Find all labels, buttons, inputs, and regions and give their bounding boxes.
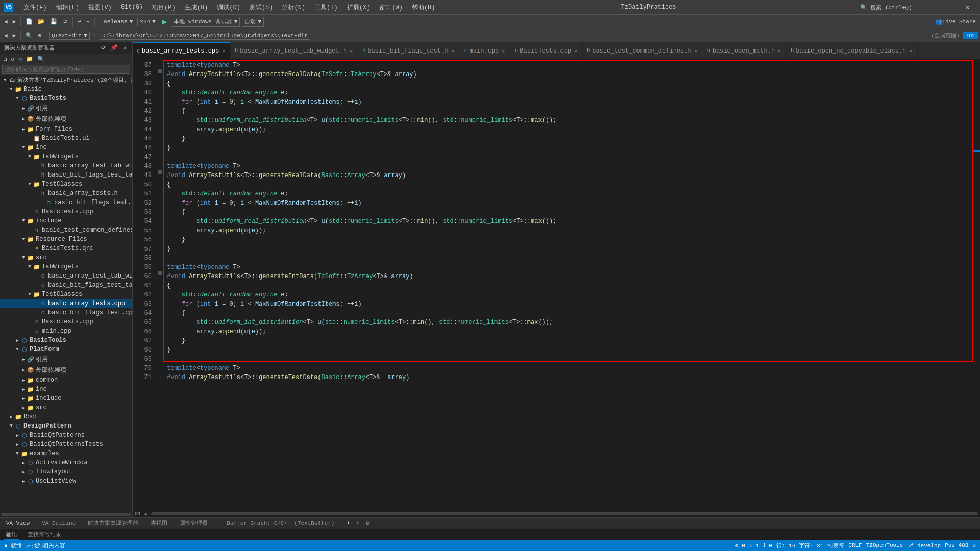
- va-outline-tab[interactable]: VA Outline: [40, 520, 78, 527]
- sidebar-pin-btn[interactable]: 📌: [109, 44, 119, 52]
- menu-help[interactable]: 帮助(H): [408, 2, 439, 13]
- menu-build[interactable]: 生成(B): [181, 2, 212, 13]
- code-content[interactable]: template<typename T> #void ArrayTestUtil…: [163, 60, 973, 510]
- tree-tabwidgets-folder[interactable]: ▼ 📁 TabWidgets: [0, 152, 132, 161]
- tree-basictests-qrc[interactable]: ● BasicTests.qrc: [0, 244, 132, 253]
- go-button[interactable]: Go: [963, 32, 978, 39]
- solution-explorer-tab[interactable]: 解决方案资源管理器: [86, 519, 140, 528]
- tab-basictests-cpp[interactable]: c BasicTests.cpp ✕: [510, 42, 583, 59]
- tree-pf-src[interactable]: ▶ 📁 src: [0, 403, 132, 412]
- menu-project[interactable]: 项目(P): [148, 2, 180, 13]
- tz-open-tools[interactable]: TZOpenTools: [866, 542, 903, 548]
- tree-platform[interactable]: ▼ ⬡ PlatForm: [0, 345, 132, 354]
- tree-resource-files[interactable]: ▼ 📁 Resource Files: [0, 235, 132, 244]
- run-mode-select[interactable]: 自动 ▼: [242, 17, 264, 27]
- tab-common-defines[interactable]: h basic_test_common_defines.h ✕: [583, 42, 703, 59]
- menu-analyze[interactable]: 分析(N): [278, 2, 309, 13]
- tree-basictools[interactable]: ▶ ⬡ BasicTools: [0, 336, 132, 345]
- toolbar-live-share[interactable]: 👥 Live Share: [933, 17, 978, 26]
- tree-ext-deps[interactable]: ▶ 📦 外部依赖项: [0, 114, 132, 124]
- tab-open-math[interactable]: h basic_open_math.h ✕: [703, 42, 787, 59]
- tree-bit-flags-tab-h[interactable]: h basic_bit_flags_test_tab_widget.h: [0, 170, 132, 180]
- tree-basic-array-tab-h[interactable]: h basic_array_test_tab_widget.h: [0, 161, 132, 170]
- tree-bit-flags-test-cpp[interactable]: c basic_bit_flags_test.cpp: [0, 308, 132, 317]
- find-results-tab[interactable]: 查找符号结果: [26, 530, 63, 539]
- tree-root[interactable]: ▶ 📁 Root: [0, 412, 132, 421]
- tree-basic-array-tests-cpp[interactable]: c basic_array_tests.cpp: [0, 299, 132, 308]
- tree-basic-array-tests-h[interactable]: h basic_array_tests.h: [0, 189, 132, 198]
- fold-60[interactable]: −: [158, 271, 162, 275]
- tree-pf-refs[interactable]: ▶ 🔗 引用: [0, 354, 132, 365]
- tab-close-5[interactable]: ✕: [573, 48, 578, 54]
- tab-close-7[interactable]: ✕: [777, 48, 782, 54]
- sidebar-refresh-btn[interactable]: ↺: [10, 55, 16, 63]
- tree-array-tab-cpp[interactable]: c basic_array_test_tab_widget.cpp: [0, 271, 132, 281]
- tree-src-tabwidgets[interactable]: ▼ 📁 TabWidgets: [0, 262, 132, 271]
- sidebar-showfiles-btn[interactable]: 📁: [24, 55, 35, 63]
- toolbar-save-all[interactable]: 🗂: [60, 17, 70, 26]
- tree-pf-inc[interactable]: ▶ 📁 inc: [0, 385, 132, 394]
- file-toolbar-btn3[interactable]: 🔍: [23, 31, 35, 40]
- message-count[interactable]: ℹ 0: [764, 542, 772, 549]
- error-count[interactable]: ⊗ 0: [735, 542, 745, 549]
- toolbar-undo[interactable]: ↩: [76, 17, 83, 26]
- tree-basictests-ui[interactable]: 📋 BasicTests.ui: [0, 134, 132, 143]
- tree-designpattern[interactable]: ▼ ⬡ DesignPattern: [0, 421, 132, 431]
- buffer-graph-btn3[interactable]: ⚙: [364, 519, 372, 528]
- tree-refs[interactable]: ▶ 🔗 引用: [0, 103, 132, 114]
- close-status-icon[interactable]: ✕: [972, 542, 976, 549]
- tree-main-cpp[interactable]: c main.cpp: [0, 327, 132, 336]
- tree-pf-common[interactable]: ▶ 📁 common: [0, 375, 132, 385]
- menu-tools[interactable]: 工具(T): [310, 2, 342, 13]
- line-ending-label[interactable]: CRLF: [848, 542, 862, 548]
- tree-flowlayout[interactable]: ▶ ⬡ flowlayout: [0, 467, 132, 477]
- menu-git[interactable]: Git(G): [117, 3, 147, 12]
- tree-basic-folder[interactable]: ▼ 📁 Basic: [0, 85, 132, 94]
- tab-no-copyable[interactable]: h basic_open_no_copyable_class.h ✕: [787, 42, 918, 59]
- minimize-button[interactable]: ─: [918, 2, 935, 12]
- fold-49[interactable]: −: [158, 170, 162, 174]
- toolbar-redo[interactable]: ↪: [84, 17, 92, 26]
- tree-uselistview[interactable]: ▶ ⬡ UseListView: [0, 477, 132, 486]
- sidebar-sync-btn[interactable]: ⟳: [100, 44, 107, 52]
- tree-bit-flags-test-h[interactable]: h basic_bit_flags_test.h: [0, 198, 132, 207]
- menu-debug[interactable]: 调试(D): [213, 2, 244, 13]
- tree-basictests-cpp-src[interactable]: c BasicTests.cpp: [0, 317, 132, 327]
- breadcrumb-file-select[interactable]: QTextEdit ▼: [49, 32, 90, 40]
- tree-bit-flags-tab-cpp[interactable]: c basic_bit_flags_test_tab_widget.cpp: [0, 281, 132, 290]
- tree-basictests[interactable]: ▼ ⬡ BasicTests: [0, 94, 132, 103]
- sidebar-filter-btn[interactable]: ⚙: [17, 55, 23, 63]
- tree-common-defines-h[interactable]: h basic_test_common_defines.h: [0, 226, 132, 235]
- tree-testclasses-folder[interactable]: ▼ 📁 TestClasses: [0, 180, 132, 189]
- sidebar-search-input[interactable]: [2, 65, 130, 74]
- buffer-graph-btn2[interactable]: ⬆: [354, 519, 362, 528]
- tree-include-folder[interactable]: ▼ 📁 include: [0, 216, 132, 226]
- tree-src-testclasses[interactable]: ▼ 📁 TestClasses: [0, 290, 132, 299]
- buffer-graph-btn1[interactable]: ⬇: [345, 519, 352, 528]
- sidebar-collapse-btn[interactable]: ⊟: [2, 55, 9, 63]
- menu-window[interactable]: 窗口(W): [375, 2, 407, 13]
- tree-form-files[interactable]: ▶ 📁 Form Files: [0, 124, 132, 134]
- debugger-select[interactable]: 本地 Windows 调试器 ▼: [171, 17, 240, 27]
- fold-38[interactable]: −: [158, 69, 162, 73]
- menu-extensions[interactable]: 扩展(X): [343, 2, 375, 13]
- zoom-label[interactable]: 81 %: [133, 511, 149, 517]
- tree-inc-folder[interactable]: ▼ 📁 inc: [0, 143, 132, 152]
- tab-basic-array-tests-cpp[interactable]: c basic_array_tests.cpp ✕: [133, 42, 231, 59]
- tab-close-8[interactable]: ✕: [908, 48, 913, 54]
- toolbar-save[interactable]: 💾: [48, 17, 59, 26]
- menu-view[interactable]: 视图(V): [84, 2, 116, 13]
- property-manager-tab[interactable]: 属性管理器: [178, 519, 210, 528]
- tree-examples[interactable]: ▼ 📁 examples: [0, 449, 132, 458]
- tree-activatewindow[interactable]: ▶ ⬡ ActivateWindow: [0, 458, 132, 467]
- va-view-tab[interactable]: VA View: [4, 520, 32, 527]
- tree-pf-ext[interactable]: ▶ 📦 外部依赖项: [0, 365, 132, 375]
- output-tab[interactable]: 输出: [4, 530, 19, 540]
- file-toolbar-btn1[interactable]: ◀: [2, 31, 10, 40]
- toolbar-open[interactable]: 📂: [36, 17, 47, 26]
- warning-count[interactable]: ⚠ 1: [749, 542, 760, 549]
- sidebar-props-btn[interactable]: 🔍: [36, 55, 46, 63]
- tab-close-6[interactable]: ✕: [694, 48, 699, 54]
- maximize-button[interactable]: □: [939, 2, 955, 12]
- sidebar-scroll-thumb[interactable]: [1, 513, 131, 516]
